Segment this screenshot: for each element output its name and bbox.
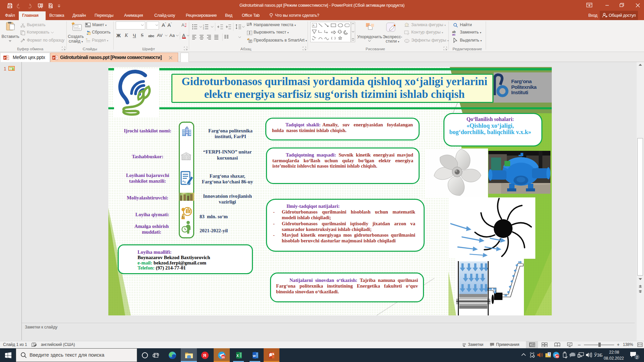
svg-text:P: P <box>4 56 6 60</box>
svg-text:3: 3 <box>203 28 204 29</box>
svg-text:Politexnika: Politexnika <box>511 84 537 90</box>
svg-text:55: 55 <box>556 355 558 358</box>
svg-text:Я: Я <box>203 353 206 358</box>
svg-text:Fargʻona: Fargʻona <box>511 78 532 84</box>
svg-text:$: $ <box>182 215 184 219</box>
svg-text:W: W <box>253 354 256 358</box>
svg-text:A: A <box>250 22 252 26</box>
svg-text:A: A <box>181 22 184 27</box>
svg-text:2: 2 <box>636 355 638 359</box>
svg-text:P: P <box>53 56 55 60</box>
svg-text:A: A <box>313 24 315 27</box>
svg-text:ac: ac <box>452 33 455 36</box>
svg-text:Instituti: Instituti <box>511 89 528 95</box>
svg-text:55: 55 <box>222 356 225 359</box>
svg-text:P: P <box>269 354 272 358</box>
svg-text:X: X <box>236 354 239 358</box>
